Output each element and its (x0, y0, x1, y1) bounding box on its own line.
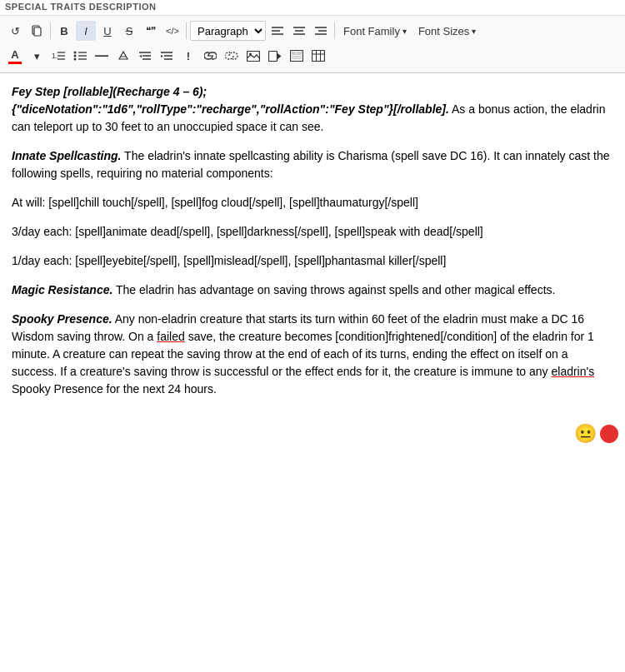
undo-button[interactable]: ↺ (5, 21, 25, 41)
toolbar: ↺ B I U S ❝❞ </> Paragraph Heading 1 Hea… (0, 16, 625, 73)
innate-spellcasting-title: Innate Spellcasting. (12, 149, 121, 162)
fey-step-paragraph: Fey Step [rollable](Recharge 4 – 6); {"d… (12, 83, 613, 136)
one-day-text: 1/day each: [spell]eyebite[/spell], [spe… (12, 254, 446, 267)
align-left-button[interactable] (268, 21, 288, 41)
svg-rect-1 (34, 27, 41, 36)
table-button[interactable] (308, 46, 328, 66)
svg-rect-37 (297, 52, 302, 55)
three-day-paragraph: 3/day each: [spell]animate dead[/spell],… (12, 223, 613, 241)
svg-marker-29 (161, 55, 163, 57)
magic-resistance-title: Magic Resistance. (12, 283, 112, 296)
font-family-label: Font Family (343, 25, 400, 37)
svg-rect-40 (312, 51, 325, 62)
font-family-arrow: ▾ (402, 27, 407, 36)
neutral-face-emoji[interactable]: 😐 (574, 423, 597, 445)
video-button[interactable] (265, 46, 285, 66)
image-button[interactable] (243, 46, 263, 66)
spooky-presence-desc-3: Spooky Presence for the next 24 hours. (12, 382, 217, 396)
innate-spellcasting-paragraph: Innate Spellcasting. The eladrin's innat… (12, 147, 613, 182)
spooky-presence-eladrin: eladrin's (551, 365, 594, 378)
underline-button[interactable]: U (98, 21, 118, 41)
indent-increase-button[interactable] (157, 46, 177, 66)
toolbar-row-2: A ▾ 1. — ! (5, 42, 620, 69)
three-day-text: 3/day each: [spell]animate dead[/spell],… (12, 225, 483, 238)
font-family-button[interactable]: Font Family ▾ (338, 21, 412, 41)
svg-point-16 (74, 55, 77, 57)
page-title: SPECIAL TRAITS DESCRIPTION (5, 2, 156, 12)
embed-button[interactable] (287, 46, 307, 66)
magic-resistance-desc: The eladrin has advantage on saving thro… (112, 283, 555, 296)
svg-rect-36 (292, 52, 296, 55)
page-title-bar: SPECIAL TRAITS DESCRIPTION (0, 0, 625, 16)
bold-button[interactable]: B (54, 21, 74, 41)
hr-button[interactable]: — (92, 46, 112, 66)
paragraph-select[interactable]: Paragraph Heading 1 Heading 2 Heading 3 (190, 21, 266, 41)
svg-marker-34 (278, 53, 282, 59)
one-day-paragraph: 1/day each: [spell]eyebite[/spell], [spe… (12, 252, 613, 270)
align-center-button[interactable] (289, 21, 309, 41)
svg-rect-38 (292, 56, 302, 57)
magic-resistance-paragraph: Magic Resistance. The eladrin has advant… (12, 281, 613, 299)
separator-2 (186, 22, 187, 39)
unlink-button[interactable] (222, 46, 242, 66)
ordered-list-button[interactable]: 1. (48, 46, 68, 66)
content-area[interactable]: Fey Step [rollable](Recharge 4 – 6); {"d… (0, 73, 625, 420)
spooky-presence-failed: failed (157, 330, 184, 343)
emoji-area: 😐 (0, 420, 625, 450)
indent-decrease-button[interactable] (135, 46, 155, 66)
code-button[interactable]: </> (162, 21, 182, 41)
align-right-button[interactable] (311, 21, 331, 41)
separator-3 (334, 22, 335, 39)
svg-point-15 (74, 52, 77, 54)
italic-button[interactable]: I (76, 21, 96, 41)
color-a-label: A (11, 48, 18, 61)
font-sizes-label: Font Sizes (418, 25, 469, 37)
spooky-presence-title: Spooky Presence. (12, 312, 112, 326)
color-dropdown-button[interactable]: ▾ (27, 46, 47, 66)
copy-format-button[interactable] (27, 21, 47, 41)
at-will-text: At will: [spell]chill touch[/spell], [sp… (12, 196, 418, 209)
link-button[interactable] (200, 46, 220, 66)
highlight-button[interactable] (113, 46, 133, 66)
exclaim-button[interactable]: ! (178, 46, 198, 66)
font-sizes-arrow: ▾ (472, 27, 476, 36)
text-color-button[interactable]: A (5, 44, 25, 67)
red-circle-emoji[interactable] (600, 425, 618, 443)
separator-1 (50, 22, 51, 39)
toolbar-row-1: ↺ B I U S ❝❞ </> Paragraph Heading 1 Hea… (5, 19, 620, 42)
svg-point-17 (74, 58, 77, 61)
fey-step-json: {"diceNotation":"1d6","rollType":"rechar… (12, 102, 449, 116)
at-will-paragraph: At will: [spell]chill touch[/spell], [sp… (12, 194, 613, 212)
blockquote-button[interactable]: ❝❞ (141, 21, 161, 41)
svg-rect-39 (292, 58, 302, 60)
svg-marker-25 (139, 55, 142, 57)
unordered-list-button[interactable] (70, 46, 90, 66)
color-underline (8, 62, 22, 64)
spooky-presence-paragraph: Spooky Presence. Any non-eladrin creatur… (12, 311, 613, 398)
fey-step-title: Fey Step [rollable](Recharge 4 – 6); (12, 85, 207, 98)
svg-rect-33 (269, 51, 278, 61)
strikethrough-button[interactable]: S (119, 21, 139, 41)
svg-text:1.: 1. (52, 52, 58, 60)
font-sizes-button[interactable]: Font Sizes ▾ (413, 21, 481, 41)
